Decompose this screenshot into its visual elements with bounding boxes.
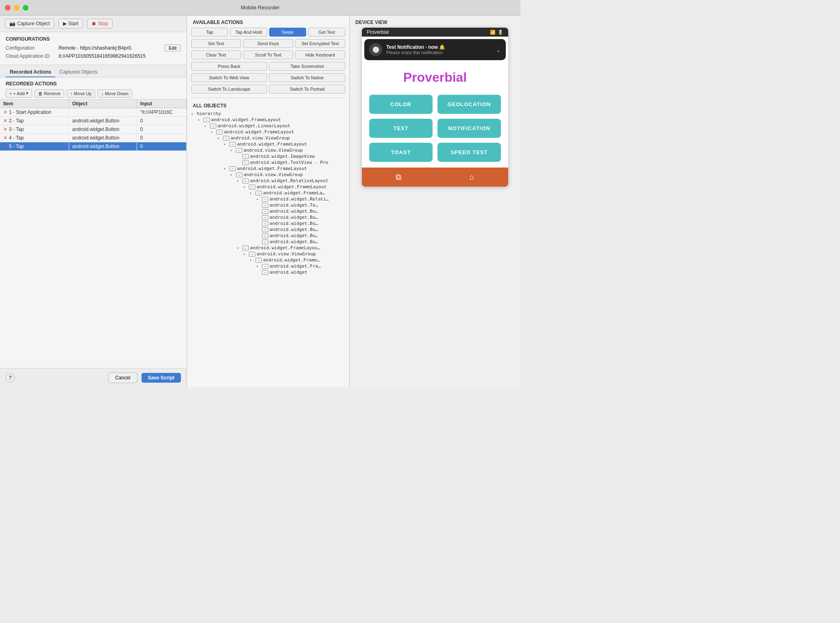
action-btn-tap[interactable]: Tap (191, 28, 228, 37)
cell-input: 0 (137, 142, 186, 151)
table-row[interactable]: ✕5 - Tap android.widget.Button 0 (0, 142, 187, 151)
error-icon: ✕ (3, 118, 7, 124)
tab-recorded-actions[interactable]: Recorded Actions (6, 68, 55, 77)
table-row[interactable]: ✕4 - Tap android.widget.Button 0 (0, 134, 187, 142)
layers-icon[interactable]: ⧉ (396, 172, 401, 182)
tree-node[interactable]: ⋯android.widget.Bu… (191, 208, 349, 214)
save-script-button[interactable]: Save Script (141, 373, 181, 383)
tree-node[interactable]: ⋯android.widget.Bu… (191, 239, 349, 245)
stop-button[interactable]: ⏹ Stop (87, 19, 113, 28)
notification-expand-icon[interactable]: ⌄ (496, 46, 501, 54)
tree-node-icon: ⋯ (255, 191, 262, 196)
tree-node[interactable]: ⋯android.widget.ImageView (191, 153, 349, 159)
arrow-down-icon: ↓ (101, 91, 104, 96)
actions-row-2: Set TextSend KeysSet Encrypted Text (187, 39, 349, 50)
start-button[interactable]: ▶ Start (59, 19, 83, 28)
tree-node[interactable]: ▾⋯android.view.ViewGroup (191, 251, 349, 257)
action-btn-switch-to-web-view[interactable]: Switch To Web View (191, 73, 267, 82)
phone-buttons-grid: COLORGEOLOCATIONTEXTNOTIFICATIONTOASTSPE… (362, 91, 508, 168)
action-btn-take-screenshot[interactable]: Take Screenshot (269, 62, 345, 71)
tree-node-icon: ⋯ (262, 209, 268, 214)
close-button[interactable] (5, 5, 11, 11)
tree-node[interactable]: ▾⋯android.widget.Frame… (191, 257, 349, 263)
action-btn-switch-to-portrait[interactable]: Switch To Portrait (269, 85, 345, 94)
wifi-icon: 📶 (490, 30, 496, 35)
move-up-button[interactable]: ↑ Move Up (67, 89, 96, 98)
remove-button[interactable]: 🗑 Remove (35, 89, 64, 98)
tree-node[interactable]: ▾hierarchy (191, 111, 349, 117)
add-icon: + (9, 91, 12, 96)
trash-icon: 🗑 (38, 91, 43, 96)
add-button[interactable]: + + Add ▾ (6, 89, 32, 98)
home-icon[interactable]: ⌂ (469, 172, 474, 182)
tree-chevron-icon: ▾ (250, 191, 255, 195)
phone-btn-notification[interactable]: NOTIFICATION (437, 119, 501, 138)
tree-node[interactable]: ▾⋯android.view.ViewGroup (191, 172, 349, 178)
action-btn-get-text[interactable]: Get Text (308, 28, 345, 37)
edit-button[interactable]: Edit (164, 44, 181, 52)
tree-node[interactable]: ▾⋯android.widget.FrameLayout (191, 129, 349, 135)
tree-node[interactable]: ⋯android.widget.Bu… (191, 214, 349, 220)
action-btn-switch-to-native[interactable]: Switch To Native (269, 73, 345, 82)
phone-btn-text[interactable]: TEXT (369, 119, 433, 138)
tree-node[interactable]: ⋯android.widget.Bu… (191, 233, 349, 239)
config-row-configuration: Configuration Remote - https://shashankj… (6, 44, 181, 52)
main-layout: 📷 Capture Object ▶ Start ⏹ Stop CONFIGUR… (0, 15, 520, 387)
phone-btn-color[interactable]: COLOR (369, 95, 433, 114)
phone-btn-toast[interactable]: TOAST (369, 143, 433, 162)
move-down-button[interactable]: ↓ Move Down (98, 89, 132, 98)
cancel-button[interactable]: Cancel (108, 372, 137, 383)
maximize-button[interactable] (23, 5, 28, 11)
action-btn-set-encrypted-text[interactable]: Set Encrypted Text (295, 39, 345, 48)
table-row[interactable]: ✕1 - Start Application "It://APP1016C (0, 108, 187, 117)
tree-chevron-icon: ▾ (256, 264, 262, 268)
tree-node[interactable]: ▾⋯android.widget.FrameLayou… (191, 245, 349, 251)
action-btn-switch-to-landscape[interactable]: Switch To Landscape (191, 85, 267, 94)
action-btn-clear-text[interactable]: Clear Text (191, 50, 241, 59)
tab-captured-objects[interactable]: Captured Objects (55, 68, 101, 77)
cell-object: android.widget.Button (69, 117, 137, 125)
statusbar-icons: 📶 🔋 (490, 30, 503, 35)
tree-node[interactable]: ▾⋯android.widget.Relati… (191, 196, 349, 202)
help-button[interactable]: ? (6, 373, 15, 382)
tree-node[interactable]: ⋯android.widget.Bu… (191, 220, 349, 227)
phone-btn-geolocation[interactable]: GEOLOCATION (437, 95, 501, 114)
tree-node[interactable]: ▾⋯android.view.ViewGroup (191, 147, 349, 153)
action-btn-send-keys[interactable]: Send Keys (243, 39, 293, 48)
action-btn-scroll-to-text[interactable]: Scroll To Text (243, 50, 293, 59)
capture-object-button[interactable]: 📷 Capture Object (5, 19, 54, 28)
tree-node[interactable]: ▾⋯android.widget.FrameLayout (191, 117, 349, 123)
tree-node[interactable]: ⋯android.widget (191, 269, 349, 275)
tree-node-label: android.widget.ImageView (250, 154, 315, 159)
tree-chevron-icon: ▾ (237, 179, 242, 183)
table-row[interactable]: ✕3 - Tap android.widget.Button 0 (0, 125, 187, 134)
table-row[interactable]: ✕2 - Tap android.widget.Button 0 (0, 117, 187, 125)
cell-input: "It://APP1016C (137, 108, 186, 117)
tree-node[interactable]: ⋯android.widget.Bu… (191, 227, 349, 233)
tree-node[interactable]: ▾⋯android.view.ViewGroup (191, 135, 349, 141)
action-btn-press-back[interactable]: Press Back (191, 62, 267, 71)
tree-node[interactable]: ⋯android.widget.Te… (191, 202, 349, 208)
device-frame: Proverbial 📶 🔋 ⚪ Test Notification · now… (350, 28, 520, 387)
minimize-button[interactable] (14, 5, 20, 11)
tree-node-label: hierarchy (197, 111, 221, 116)
phone-btn-speed-test[interactable]: SPEED TEST (437, 143, 501, 162)
tree-chevron-icon: ▾ (211, 130, 216, 134)
action-btn-hide-keyboard[interactable]: Hide Keyboard (295, 50, 345, 59)
tree-node[interactable]: ⋯android.widget.TextView - Pro (191, 159, 349, 166)
config-row-cloud: Cloud Application ID It://APP10160551841… (6, 53, 181, 59)
action-toolbar: + + Add ▾ 🗑 Remove ↑ Move Up ↓ Move Down (6, 89, 181, 98)
tree-node[interactable]: ▾⋯android.widget.FrameLayout (191, 166, 349, 172)
action-btn-tap-and-hold[interactable]: Tap And Hold (230, 28, 267, 37)
tree-node[interactable]: ▾⋯android.widget.Fra… (191, 263, 349, 269)
tree-node-icon: ⋯ (262, 197, 268, 202)
tree-node[interactable]: ▾⋯android.widget.FrameLa… (191, 190, 349, 196)
tree-node[interactable]: ▾⋯android.widget.LinearLayout (191, 123, 349, 129)
tree-node[interactable]: ▾⋯android.widget.FrameLayout (191, 184, 349, 190)
tree-node[interactable]: ▾⋯android.widget.FrameLayout (191, 141, 349, 147)
error-icon: ✕ (3, 135, 7, 141)
action-btn-swipe[interactable]: Swipe (269, 28, 306, 37)
tree-node-icon: ⋯ (236, 172, 242, 177)
tree-node[interactable]: ▾⋯android.widget.RelativeLayout (191, 178, 349, 184)
action-btn-set-text[interactable]: Set Text (191, 39, 241, 48)
